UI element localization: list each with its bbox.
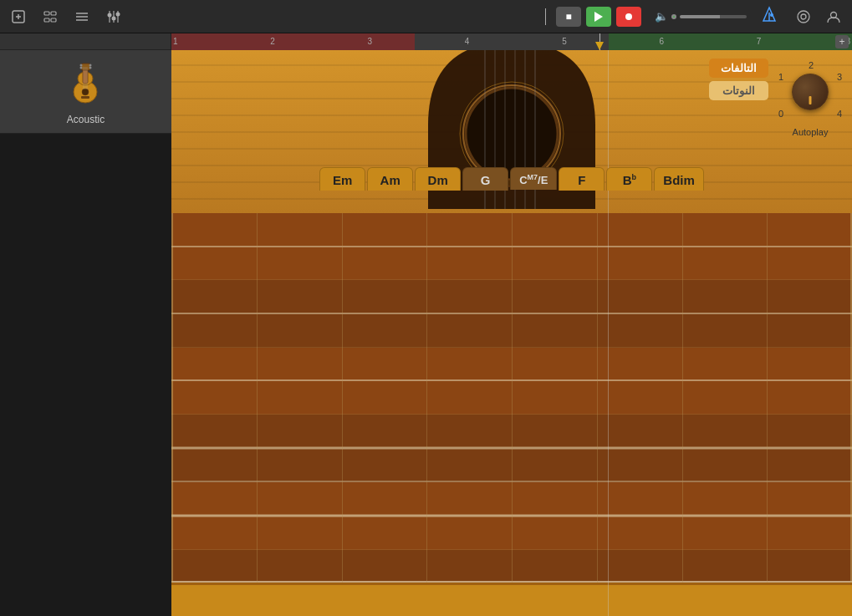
chord-key-g-label[interactable]: G (462, 167, 508, 191)
timeline-ruler[interactable]: 1 2 3 4 5 6 7 8 + (171, 33, 852, 50)
chord-key-g[interactable]: G (462, 167, 508, 191)
volume-knob[interactable] (671, 14, 676, 19)
chords-button[interactable]: التالفات (709, 59, 768, 78)
chord-key-em-label[interactable]: Em (319, 167, 365, 191)
tracks-view-icon[interactable] (38, 5, 62, 28)
dial-num-3: 3 (837, 72, 842, 82)
dial-indicator (809, 96, 812, 104)
ruler-mark-2: 2 (268, 33, 275, 50)
svg-point-15 (116, 12, 120, 16)
play-button[interactable] (586, 7, 611, 27)
volume-control: 🔈 (655, 10, 747, 23)
svg-point-22 (801, 14, 806, 19)
fret-row-2[interactable] (171, 280, 852, 347)
chord-key-am-label[interactable]: Am (367, 167, 413, 191)
svg-rect-4 (51, 12, 56, 15)
volume-icon: 🔈 (655, 10, 668, 23)
dial-num-0: 0 (778, 109, 783, 119)
dial-num-1: 1 (778, 72, 783, 82)
chord-key-dm-label[interactable]: Dm (415, 167, 461, 191)
dial-num-2: 2 (809, 60, 814, 70)
svg-marker-16 (594, 12, 603, 22)
right-icons (792, 5, 845, 28)
sidebar-ruler-spacer (0, 33, 171, 50)
acoustic-track-icon (61, 59, 111, 109)
chord-key-bdim-label[interactable]: Bdim (654, 167, 704, 191)
account-icon[interactable] (822, 5, 845, 28)
chord-key-f[interactable]: F (559, 167, 605, 191)
settings-icon[interactable] (792, 5, 815, 28)
chord-key-f-label[interactable]: F (559, 167, 605, 191)
svg-point-35 (89, 67, 92, 69)
chord-key-dm[interactable]: Dm (415, 167, 461, 191)
fretboard-strings (171, 213, 852, 616)
fretboard-bottom-strip (171, 583, 852, 616)
svg-rect-6 (51, 18, 56, 22)
ruler-mark-1: 1 (171, 33, 178, 50)
svg-point-21 (798, 11, 809, 23)
svg-point-20 (770, 13, 773, 17)
ruler-mark-3: 3 (366, 33, 373, 50)
ruler-mark-4: 4 (463, 33, 470, 50)
dial-num-4: 4 (837, 109, 842, 119)
ruler-mark-6: 6 (657, 33, 664, 50)
toolbar: ■ 🔈 (0, 0, 852, 33)
string-1 (171, 246, 852, 247)
svg-point-13 (108, 13, 112, 17)
ruler-mark-7: 7 (755, 33, 762, 50)
string-3 (171, 379, 852, 381)
dial-knob[interactable] (792, 74, 829, 110)
main-area: Acoustic 1 2 3 4 5 6 7 8 (0, 33, 852, 616)
chord-key-cm7e-label[interactable]: CM7/E (510, 167, 557, 190)
track-sidebar: Acoustic (0, 33, 171, 616)
chord-key-bb-label[interactable]: Bb (606, 167, 652, 191)
svg-rect-3 (44, 12, 49, 15)
mixer-icon[interactable] (102, 5, 125, 28)
new-track-icon[interactable] (7, 5, 30, 28)
fret-row-5[interactable] (171, 482, 852, 549)
autoplay-dial[interactable]: 2 3 1 0 4 (777, 59, 844, 125)
chord-key-em[interactable]: Em (319, 167, 365, 191)
autoplay-label: Autoplay (793, 127, 829, 137)
svg-point-17 (625, 13, 632, 20)
transport-controls: ■ (556, 7, 641, 27)
chord-key-bb[interactable]: Bb (606, 167, 652, 191)
string-2 (171, 313, 852, 314)
ruler-mark-5: 5 (560, 33, 567, 50)
add-track-button[interactable]: + (835, 35, 849, 48)
chord-key-cm7e[interactable]: CM7/E (510, 167, 557, 191)
svg-rect-5 (44, 18, 49, 22)
svg-point-37 (466, 88, 558, 180)
fretboard[interactable] (171, 213, 852, 616)
list-view-icon[interactable] (70, 5, 94, 28)
svg-point-14 (112, 16, 116, 20)
chord-key-bdim[interactable]: Bdim (654, 167, 704, 191)
svg-point-32 (80, 64, 83, 67)
metronome-icon[interactable] (760, 6, 778, 28)
svg-point-33 (80, 67, 83, 69)
autoplay-panel: 2 3 1 0 4 Autoplay (777, 59, 844, 137)
svg-point-34 (89, 64, 92, 67)
notes-button[interactable]: النوتات (709, 81, 768, 100)
playhead-marker[interactable] (595, 42, 604, 50)
fret-row-1[interactable] (171, 213, 852, 280)
fret-row-3[interactable] (171, 348, 852, 415)
playhead-indicator (545, 8, 546, 25)
ruler-marks: 1 2 3 4 5 6 7 8 (171, 33, 852, 50)
chord-notes-buttons: التالفات النوتات (709, 59, 768, 100)
chord-keys-row: Em Am Dm G CM7/E (171, 167, 852, 191)
chord-key-am[interactable]: Am (367, 167, 413, 191)
string-4 (171, 446, 852, 449)
record-button[interactable] (616, 7, 641, 27)
fret-row-4[interactable] (171, 415, 852, 482)
svg-point-28 (82, 89, 89, 95)
track-content: 1 2 3 4 5 6 7 8 + (171, 33, 852, 616)
svg-rect-36 (81, 96, 89, 99)
svg-rect-27 (81, 64, 90, 70)
acoustic-track-item[interactable]: Acoustic (0, 50, 171, 134)
volume-slider[interactable] (680, 15, 747, 18)
stop-button[interactable]: ■ (556, 7, 581, 27)
string-5 (171, 514, 852, 517)
track-name-label: Acoustic (67, 114, 105, 125)
toolbar-left (7, 5, 125, 28)
